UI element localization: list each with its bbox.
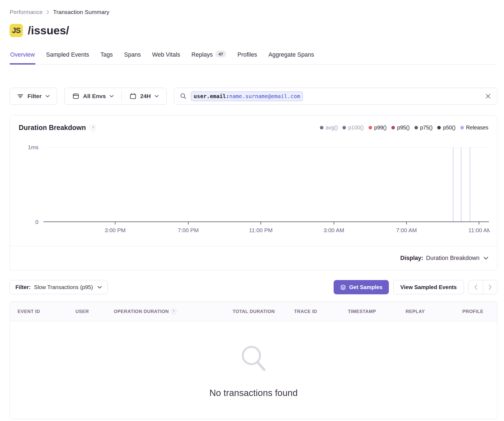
table-header-row: EVENT ID USER OPERATION DURATION ? TOTAL… (10, 302, 497, 322)
column-user: USER (64, 309, 100, 314)
tab-label: Replays (192, 51, 213, 58)
clear-search-icon[interactable] (484, 93, 492, 100)
environment-selector[interactable]: All Envs (65, 88, 121, 104)
search-bar[interactable]: user.email:name.surname@email.com (174, 88, 497, 105)
legend-avg[interactable]: avg() (320, 124, 338, 131)
legend-p99[interactable]: p99() (369, 124, 387, 131)
page-title: /issues/ (28, 24, 69, 37)
tab-overview[interactable]: Overview (10, 51, 35, 64)
legend-dot (320, 126, 323, 129)
breadcrumb-chevron-icon (46, 9, 50, 15)
legend-p75[interactable]: p75() (414, 124, 433, 131)
breadcrumb-transaction-summary: Transaction Summary (53, 9, 109, 15)
legend-dot (369, 126, 372, 129)
table-actions: Get Samples View Sampled Events (334, 280, 497, 294)
window-icon (72, 93, 79, 100)
tab-label: Overview (10, 51, 35, 58)
chart-legend: avg() p100() p99() p95() p75() p50() Rel… (320, 124, 488, 131)
axis-tick (261, 222, 261, 225)
view-sampled-events-label: View Sampled Events (400, 284, 457, 290)
legend-p95[interactable]: p95() (391, 124, 410, 131)
legend-label: avg() (326, 124, 338, 131)
layers-icon (340, 284, 346, 290)
pagination (468, 280, 497, 294)
legend-dot (414, 126, 418, 129)
y-axis-max-label: 1ms (10, 144, 38, 151)
x-axis-label: 3:00 PM (105, 227, 126, 234)
tab-sampled-events[interactable]: Sampled Events (46, 51, 90, 64)
search-token-value: name.surname@email.com (229, 93, 300, 99)
help-icon[interactable]: ? (171, 309, 176, 314)
chevron-down-icon (97, 286, 102, 289)
replays-count-badge: 47 (215, 51, 226, 57)
display-selector[interactable]: Display: Duration Breakdown (10, 246, 497, 270)
filter-button-label: Filter (27, 93, 41, 99)
legend-label: p99() (374, 124, 387, 131)
filter-toolbar: Filter All Envs 24H (10, 88, 497, 105)
legend-label: p50() (443, 124, 456, 131)
x-axis-label: 7:00 PM (178, 227, 199, 234)
y-axis-min-label: 0 (10, 219, 38, 225)
chart-plot-area: 3:00 PM 7:00 PM 11:00 PM 3:00 AM 7:00 AM… (43, 147, 489, 222)
legend-releases[interactable]: Releases (460, 124, 488, 131)
tab-aggregate-spans[interactable]: Aggregate Spans (268, 51, 315, 64)
tab-web-vitals[interactable]: Web Vitals (152, 51, 181, 64)
transaction-summary-page: Performance Transaction Summary JS /issu… (0, 0, 504, 421)
axis-tick (188, 222, 189, 225)
legend-p50[interactable]: p50() (437, 124, 456, 131)
tab-label: Aggregate Spans (268, 51, 314, 58)
legend-p100[interactable]: p100() (342, 124, 364, 131)
transactions-filter-dropdown[interactable]: Filter: Slow Transactions (p95) (10, 280, 108, 294)
column-timestamp: TIMESTAMP (336, 309, 387, 314)
x-axis-label: 11:00 PM (249, 227, 273, 234)
duration-breakdown-card: Duration Breakdown ? avg() p100() p99() … (10, 115, 497, 270)
column-operation-duration: OPERATION DURATION ? (100, 309, 182, 314)
axis-tick (479, 222, 479, 225)
chevron-down-icon (45, 95, 50, 98)
breadcrumb-performance[interactable]: Performance (10, 9, 43, 15)
tab-bar: Overview Sampled Events Tags Spans Web V… (10, 51, 497, 65)
transactions-table: EVENT ID USER OPERATION DURATION ? TOTAL… (10, 301, 497, 419)
search-icon (180, 93, 187, 100)
legend-label: Releases (466, 124, 488, 131)
chevron-down-icon (109, 95, 114, 98)
legend-dot (460, 126, 464, 129)
filter-button[interactable]: Filter (10, 88, 57, 105)
tab-spans[interactable]: Spans (124, 51, 142, 64)
platform-js-badge: JS (10, 24, 23, 37)
legend-dot (391, 126, 395, 129)
environment-label: All Envs (83, 93, 106, 99)
tab-label: Web Vitals (152, 51, 180, 58)
x-axis-label: 7:00 AM (396, 227, 417, 234)
column-trace-id: TRACE ID (275, 309, 336, 314)
gridline (43, 147, 489, 148)
calendar-icon (129, 93, 137, 100)
get-samples-button[interactable]: Get Samples (334, 280, 389, 294)
get-samples-label: Get Samples (349, 284, 383, 290)
chevron-down-icon (483, 257, 488, 260)
date-range-selector[interactable]: 24H (122, 88, 167, 104)
env-date-group: All Envs 24H (64, 88, 167, 105)
empty-state: No transactions found (10, 322, 497, 419)
empty-state-text: No transactions found (209, 388, 298, 398)
tab-tags[interactable]: Tags (100, 51, 113, 64)
column-event-id: EVENT ID (18, 309, 64, 314)
tab-label: Spans (124, 51, 141, 58)
chart-header: Duration Breakdown ? avg() p100() p99() … (19, 124, 488, 132)
filter-dropdown-value: Slow Transactions (p95) (34, 284, 93, 290)
table-controls-row: Filter: Slow Transactions (p95) Get Samp… (10, 280, 497, 294)
tab-profiles[interactable]: Profiles (237, 51, 258, 64)
legend-label: p95() (397, 124, 410, 131)
view-sampled-events-button[interactable]: View Sampled Events (393, 280, 464, 294)
x-axis-line (43, 221, 489, 222)
x-axis-label: 11:00 AM (468, 227, 490, 234)
next-page-button[interactable] (483, 280, 497, 294)
search-filter-token[interactable]: user.email:name.surname@email.com (191, 92, 303, 101)
legend-dot (437, 126, 441, 129)
tab-replays[interactable]: Replays 47 (191, 51, 227, 64)
date-range-label: 24H (140, 93, 151, 99)
display-label: Display: (400, 255, 423, 262)
axis-tick (115, 222, 115, 225)
previous-page-button[interactable] (469, 280, 483, 294)
help-icon[interactable]: ? (90, 124, 96, 131)
